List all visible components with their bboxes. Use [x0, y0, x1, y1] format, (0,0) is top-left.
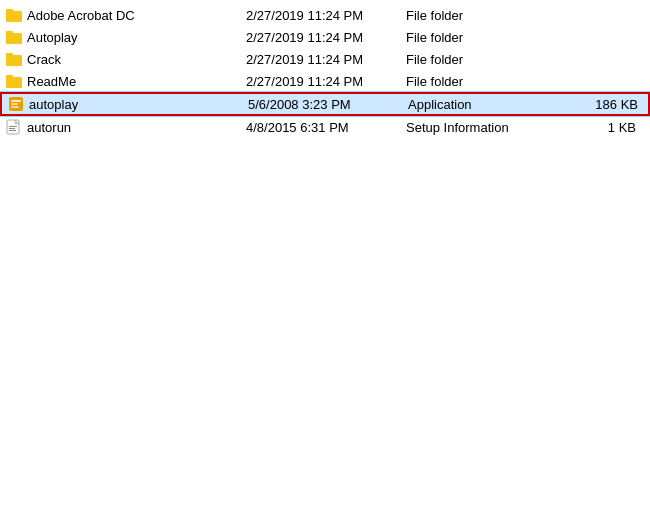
- inf-icon: [6, 119, 22, 135]
- exe-icon: [8, 96, 24, 112]
- file-name-col: ReadMe: [6, 74, 246, 89]
- table-row[interactable]: autorun4/8/2015 6:31 PMSetup Information…: [0, 116, 650, 138]
- svg-rect-7: [9, 128, 15, 129]
- file-name-col: autorun: [6, 119, 246, 135]
- file-name-col: Crack: [6, 52, 246, 67]
- file-list: Adobe Acrobat DC2/27/2019 11:24 PMFile f…: [0, 0, 650, 138]
- table-row[interactable]: autoplay5/6/2008 3:23 PMApplication186 K…: [0, 92, 650, 116]
- folder-icon: [6, 53, 22, 66]
- file-type: Setup Information: [406, 120, 556, 135]
- file-name-col: Autoplay: [6, 30, 246, 45]
- file-name: autoplay: [29, 97, 78, 112]
- file-type: File folder: [406, 74, 556, 89]
- file-type: File folder: [406, 52, 556, 67]
- file-size: 186 KB: [558, 97, 638, 112]
- svg-rect-8: [9, 130, 16, 131]
- folder-icon: [6, 75, 22, 88]
- file-name: Adobe Acrobat DC: [27, 8, 135, 23]
- svg-rect-6: [9, 126, 17, 127]
- svg-rect-3: [11, 106, 19, 108]
- folder-icon: [6, 31, 22, 44]
- file-date: 2/27/2019 11:24 PM: [246, 74, 406, 89]
- file-type: File folder: [406, 8, 556, 23]
- svg-rect-1: [11, 100, 21, 102]
- file-date: 2/27/2019 11:24 PM: [246, 52, 406, 67]
- file-name: Crack: [27, 52, 61, 67]
- file-type: File folder: [406, 30, 556, 45]
- table-row[interactable]: ReadMe2/27/2019 11:24 PMFile folder: [0, 70, 650, 92]
- file-name-col: Adobe Acrobat DC: [6, 8, 246, 23]
- file-size: 1 KB: [556, 120, 636, 135]
- file-name: autorun: [27, 120, 71, 135]
- file-name: ReadMe: [27, 74, 76, 89]
- svg-rect-2: [11, 103, 18, 105]
- file-date: 5/6/2008 3:23 PM: [248, 97, 408, 112]
- file-date: 2/27/2019 11:24 PM: [246, 8, 406, 23]
- folder-icon: [6, 9, 22, 22]
- table-row[interactable]: Autoplay2/27/2019 11:24 PMFile folder: [0, 26, 650, 48]
- table-row[interactable]: Adobe Acrobat DC2/27/2019 11:24 PMFile f…: [0, 4, 650, 26]
- table-row[interactable]: Crack2/27/2019 11:24 PMFile folder: [0, 48, 650, 70]
- file-date: 4/8/2015 6:31 PM: [246, 120, 406, 135]
- file-name-col: autoplay: [8, 96, 248, 112]
- file-date: 2/27/2019 11:24 PM: [246, 30, 406, 45]
- file-name: Autoplay: [27, 30, 78, 45]
- file-type: Application: [408, 97, 558, 112]
